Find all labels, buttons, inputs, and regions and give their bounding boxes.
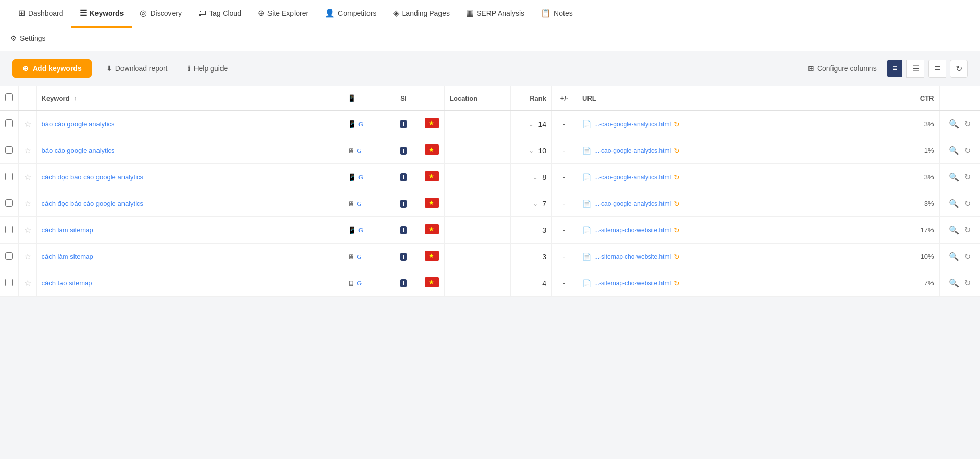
nav-item-discovery[interactable]: ◎ Discovery bbox=[132, 0, 189, 28]
url-refresh-icon[interactable]: ↻ bbox=[674, 226, 680, 234]
refresh-action-button[interactable]: ↻ bbox=[963, 171, 972, 183]
row-checkbox-cell[interactable] bbox=[0, 137, 18, 164]
row-star-cell[interactable]: ☆ bbox=[18, 244, 36, 270]
url-link[interactable]: ...-cao-google-analytics.html bbox=[594, 174, 671, 181]
settings-icon: ⚙ bbox=[10, 34, 17, 42]
download-report-button[interactable]: ⬇ Download report bbox=[100, 60, 174, 77]
star-icon[interactable]: ☆ bbox=[24, 279, 31, 287]
url-refresh-icon[interactable]: ↻ bbox=[674, 200, 680, 208]
row-flag-cell bbox=[419, 270, 445, 297]
keyword-link[interactable]: cách đọc báo cáo google analytics bbox=[42, 200, 144, 207]
keyword-link[interactable]: báo cáo google analytics bbox=[42, 147, 115, 154]
keyword-link[interactable]: báo cáo google analytics bbox=[42, 120, 115, 128]
nav-item-serp-analysis[interactable]: ▦ SERP Analysis bbox=[458, 0, 532, 28]
url-link[interactable]: ...-sitemap-cho-website.html bbox=[594, 227, 671, 234]
row-star-cell[interactable]: ☆ bbox=[18, 217, 36, 244]
star-icon[interactable]: ☆ bbox=[24, 252, 31, 261]
row-checkbox[interactable] bbox=[5, 279, 13, 286]
star-icon[interactable]: ☆ bbox=[24, 226, 31, 234]
search-action-button[interactable]: 🔍 bbox=[948, 198, 960, 209]
row-star-cell[interactable]: ☆ bbox=[18, 270, 36, 297]
view-detail-button[interactable]: ≣ bbox=[928, 60, 946, 78]
nav-item-competitors[interactable]: 👤 Competitors bbox=[316, 0, 384, 28]
view-list-button[interactable]: ☰ bbox=[906, 60, 924, 78]
configure-columns-button[interactable]: ⊞ Configure columns bbox=[808, 64, 877, 73]
keyword-link[interactable]: cách đọc báo cáo google analytics bbox=[42, 173, 144, 181]
nav-item-tag-cloud[interactable]: 🏷 Tag Cloud bbox=[190, 1, 250, 28]
row-star-cell[interactable]: ☆ bbox=[18, 110, 36, 137]
star-icon[interactable]: ☆ bbox=[24, 173, 31, 181]
refresh-button[interactable]: ↻ bbox=[950, 60, 968, 78]
row-keyword-cell: cách đọc báo cáo google analytics bbox=[36, 164, 342, 190]
url-doc-icon: 📄 bbox=[582, 200, 591, 208]
serp-analysis-icon: ▦ bbox=[466, 8, 474, 18]
url-refresh-icon[interactable]: ↻ bbox=[674, 253, 680, 261]
row-star-cell[interactable]: ☆ bbox=[18, 137, 36, 164]
row-checkbox-cell[interactable] bbox=[0, 110, 18, 137]
star-icon[interactable]: ☆ bbox=[24, 146, 31, 155]
url-link[interactable]: ...-sitemap-cho-website.html bbox=[594, 280, 671, 287]
nav-item-keywords[interactable]: ☰ Keywords bbox=[71, 0, 132, 28]
row-checkbox[interactable] bbox=[5, 173, 13, 180]
search-action-button[interactable]: 🔍 bbox=[948, 277, 960, 289]
row-url-cell: 📄 ...-sitemap-cho-website.html ↻ bbox=[577, 217, 909, 244]
row-checkbox-cell[interactable] bbox=[0, 164, 18, 190]
si-badge: I bbox=[400, 200, 407, 208]
refresh-action-button[interactable]: ↻ bbox=[963, 144, 972, 156]
keyword-link[interactable]: cách làm sitemap bbox=[42, 253, 93, 260]
refresh-action-button[interactable]: ↻ bbox=[963, 224, 972, 236]
search-action-button[interactable]: 🔍 bbox=[948, 251, 960, 262]
url-link[interactable]: ...-cao-google-analytics.html bbox=[594, 120, 671, 128]
google-icon: G bbox=[357, 147, 362, 155]
row-checkbox[interactable] bbox=[5, 146, 13, 154]
refresh-action-button[interactable]: ↻ bbox=[963, 251, 972, 262]
keyword-link[interactable]: cách làm sitemap bbox=[42, 226, 93, 234]
nav-settings[interactable]: ⚙ Settings bbox=[10, 30, 970, 46]
url-refresh-icon[interactable]: ↻ bbox=[674, 120, 680, 128]
url-link[interactable]: ...-cao-google-analytics.html bbox=[594, 147, 671, 154]
row-location-cell bbox=[445, 110, 511, 137]
help-guide-button[interactable]: ℹ Help guide bbox=[182, 60, 234, 77]
row-checkbox[interactable] bbox=[5, 226, 13, 233]
top-nav: ⊞ Dashboard ☰ Keywords ◎ Discovery 🏷 Tag… bbox=[0, 0, 980, 51]
row-plusminus-cell: - bbox=[552, 137, 577, 164]
google-icon: G bbox=[357, 200, 362, 208]
refresh-action-button[interactable]: ↻ bbox=[963, 118, 972, 130]
search-action-button[interactable]: 🔍 bbox=[948, 171, 960, 183]
nav-item-notes[interactable]: 📋 Notes bbox=[532, 0, 581, 28]
row-checkbox-cell[interactable] bbox=[0, 270, 18, 297]
select-all-checkbox[interactable] bbox=[5, 93, 13, 101]
refresh-action-button[interactable]: ↻ bbox=[963, 198, 972, 209]
search-action-button[interactable]: 🔍 bbox=[948, 144, 960, 156]
nav-item-site-explorer[interactable]: ⊕ Site Explorer bbox=[250, 0, 316, 28]
url-link[interactable]: ...-sitemap-cho-website.html bbox=[594, 253, 671, 260]
row-rank-cell: 4 bbox=[511, 270, 552, 297]
th-keyword[interactable]: Keyword ↕ bbox=[36, 86, 342, 110]
th-rank[interactable]: Rank bbox=[511, 86, 552, 110]
nav-item-dashboard[interactable]: ⊞ Dashboard bbox=[10, 0, 71, 28]
row-checkbox[interactable] bbox=[5, 199, 13, 207]
th-select-all[interactable] bbox=[0, 86, 18, 110]
url-link[interactable]: ...-cao-google-analytics.html bbox=[594, 200, 671, 207]
row-checkbox-cell[interactable] bbox=[0, 190, 18, 217]
row-checkbox-cell[interactable] bbox=[0, 244, 18, 270]
star-icon[interactable]: ☆ bbox=[24, 119, 31, 128]
row-checkbox[interactable] bbox=[5, 252, 13, 260]
sort-icon: ↕ bbox=[74, 95, 77, 101]
refresh-action-button[interactable]: ↻ bbox=[963, 277, 972, 289]
view-compact-button[interactable]: ≡ bbox=[887, 60, 902, 77]
url-refresh-icon[interactable]: ↻ bbox=[674, 173, 680, 181]
row-checkbox-cell[interactable] bbox=[0, 217, 18, 244]
add-keywords-button[interactable]: ⊕ Add keywords bbox=[12, 59, 92, 78]
url-refresh-icon[interactable]: ↻ bbox=[674, 147, 680, 155]
url-refresh-icon[interactable]: ↻ bbox=[674, 279, 680, 287]
row-checkbox[interactable] bbox=[5, 119, 13, 127]
star-icon[interactable]: ☆ bbox=[24, 199, 31, 208]
nav-label-landing-pages: Landing Pages bbox=[402, 9, 450, 17]
row-star-cell[interactable]: ☆ bbox=[18, 190, 36, 217]
keyword-link[interactable]: cách tạo sitemap bbox=[42, 279, 92, 287]
row-star-cell[interactable]: ☆ bbox=[18, 164, 36, 190]
search-action-button[interactable]: 🔍 bbox=[948, 118, 960, 130]
search-action-button[interactable]: 🔍 bbox=[948, 224, 960, 236]
nav-item-landing-pages[interactable]: ◈ Landing Pages bbox=[385, 0, 458, 28]
